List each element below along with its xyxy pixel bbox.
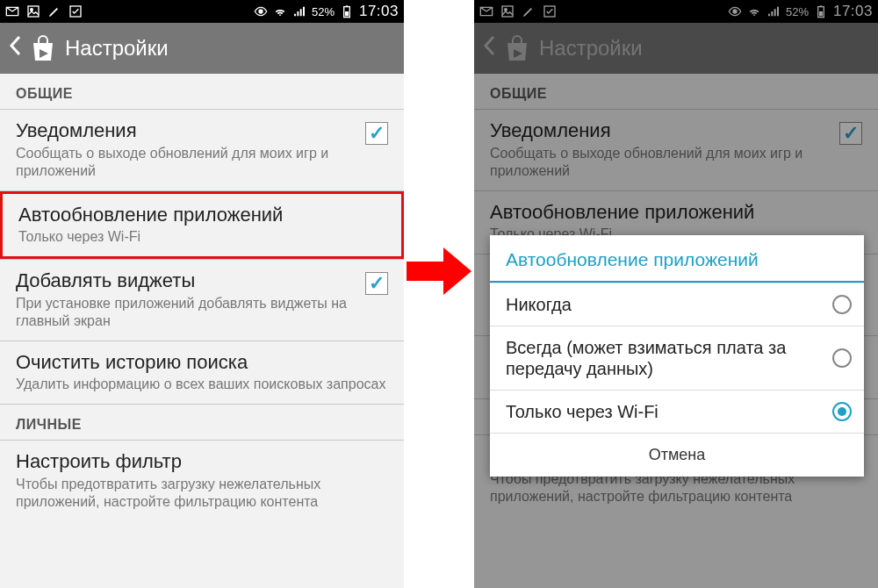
svg-rect-12 [820, 5, 823, 6]
play-store-icon [504, 34, 530, 62]
dialog-option-always[interactable]: Всегда (может взиматься плата за передач… [490, 326, 864, 390]
mail-icon [5, 4, 19, 18]
status-right-icons: 52% 17:03 [254, 3, 399, 20]
pencil-icon [47, 4, 61, 18]
setting-sub: Сообщать о выходе обновлений для моих иг… [16, 145, 356, 180]
battery-icon [340, 4, 354, 18]
setting-title: Добавлять виджеты [16, 269, 356, 293]
svg-point-1 [31, 9, 33, 11]
dialog-option-label: Никогда [506, 294, 824, 315]
mail-icon [479, 4, 493, 18]
image-icon [500, 4, 515, 18]
radio-wifi[interactable] [832, 402, 852, 421]
phone-screenshot-left: 52% 17:03 Настройки ОБЩИЕ Уведомления Со… [0, 0, 404, 588]
battery-percent: 52% [786, 5, 809, 18]
dialog-option-never[interactable]: Никогда [490, 283, 864, 326]
checkbox-notifications: ✓ [839, 122, 862, 145]
auto-update-dialog: Автообновление приложений Никогда Всегда… [490, 235, 864, 477]
setting-sub: Только через Wi-Fi [18, 228, 385, 246]
dialog-option-label: Только через Wi-Fi [506, 401, 824, 422]
action-bar-title: Настройки [539, 36, 643, 61]
setting-sub: Сообщать о выходе обновлений для моих иг… [490, 145, 831, 180]
highlight-auto-update: Автообновление приложений Только через W… [0, 191, 404, 260]
image-icon [26, 4, 40, 18]
setting-title: Настроить фильтр [16, 449, 388, 474]
status-time: 17:03 [359, 3, 399, 20]
wifi-icon [273, 4, 287, 18]
setting-title: Автообновление приложений [490, 200, 862, 225]
setting-sub: Удалить информацию о всех ваших поисковы… [16, 376, 388, 393]
back-chevron-icon[interactable] [9, 35, 21, 61]
setting-filter[interactable]: Настроить фильтр Чтобы предотвратить заг… [0, 441, 404, 521]
setting-title: Автообновление приложений [18, 203, 385, 227]
checkbox-notifications[interactable]: ✓ [365, 122, 388, 145]
setting-clear-history[interactable]: Очистить историю поиска Удалить информац… [0, 341, 404, 405]
section-general: ОБЩИЕ [474, 74, 878, 109]
settings-content: ОБЩИЕ Уведомления Сообщать о выходе обно… [0, 74, 404, 588]
action-bar: Настройки [474, 23, 878, 74]
battery-icon [814, 4, 828, 18]
status-bar: 52% 17:03 [0, 0, 404, 23]
status-bar: 52% 17:03 [474, 0, 878, 23]
svg-point-3 [259, 10, 263, 13]
setting-sub: При установке приложений добавлять видже… [16, 295, 356, 330]
back-chevron-icon [483, 35, 495, 61]
checkbox-add-widgets[interactable]: ✓ [365, 272, 388, 295]
svg-rect-7 [502, 6, 513, 17]
dialog-option-label: Всегда (может взиматься плата за передач… [506, 337, 824, 379]
checkbox-icon [68, 4, 83, 18]
svg-rect-6 [345, 11, 349, 16]
signal-icon [292, 4, 306, 18]
dialog-cancel-button[interactable]: Отмена [490, 433, 864, 477]
svg-rect-0 [28, 6, 39, 17]
section-general: ОБЩИЕ [0, 74, 404, 109]
dialog-title: Автообновление приложений [490, 235, 864, 281]
svg-point-10 [733, 10, 737, 13]
status-right-icons: 52% 17:03 [728, 3, 873, 20]
setting-notifications[interactable]: Уведомления Сообщать о выходе обновлений… [0, 110, 404, 190]
svg-point-8 [505, 9, 507, 11]
play-store-icon[interactable] [30, 34, 56, 62]
dialog-option-wifi[interactable]: Только через Wi-Fi [490, 390, 864, 433]
action-bar: Настройки [0, 23, 404, 74]
svg-rect-5 [346, 5, 349, 6]
pencil-icon [522, 4, 536, 18]
eye-icon [728, 4, 742, 18]
setting-title: Уведомления [490, 118, 831, 143]
status-left-icons [479, 4, 557, 18]
setting-add-widgets[interactable]: Добавлять виджеты При установке приложен… [0, 260, 404, 341]
section-personal: ЛИЧНЫЕ [0, 405, 404, 440]
setting-sub: Чтобы предотвратить загрузку нежелательн… [16, 476, 388, 511]
arrow-icon [407, 246, 471, 297]
battery-percent: 52% [312, 5, 335, 18]
eye-icon [254, 4, 268, 18]
wifi-icon [747, 4, 761, 18]
status-left-icons [5, 4, 83, 18]
status-time: 17:03 [833, 3, 873, 20]
setting-auto-update[interactable]: Автообновление приложений Только через W… [3, 194, 401, 257]
svg-rect-13 [819, 11, 823, 16]
checkbox-icon [543, 4, 557, 18]
setting-title: Очистить историю поиска [16, 350, 388, 375]
phone-screenshot-right: 52% 17:03 Настройки ОБЩИЕ Уведомления Со… [474, 0, 878, 588]
radio-always[interactable] [832, 348, 852, 368]
setting-notifications: Уведомления Сообщать о выходе обновлений… [474, 110, 878, 190]
signal-icon [766, 4, 781, 18]
action-bar-title: Настройки [65, 36, 169, 61]
radio-never[interactable] [832, 295, 852, 314]
setting-title: Уведомления [16, 118, 356, 143]
